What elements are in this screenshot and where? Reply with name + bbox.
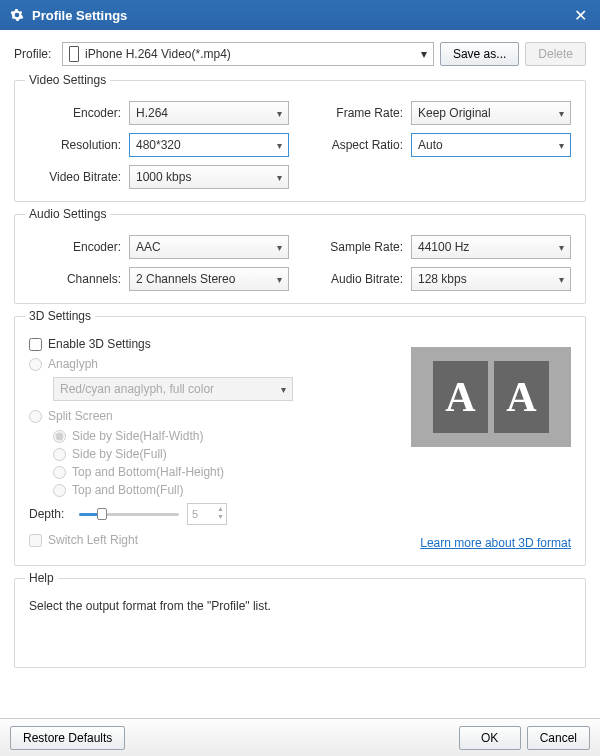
audio-bitrate-label: Audio Bitrate: — [311, 272, 411, 286]
ok-button[interactable]: OK — [459, 726, 521, 750]
samplerate-select[interactable]: 44100 Hz — [411, 235, 571, 259]
chevron-down-icon — [559, 108, 564, 119]
spin-up-icon: ▲ — [217, 505, 224, 513]
enable-3d-label: Enable 3D Settings — [48, 337, 151, 351]
depth-slider[interactable] — [79, 506, 179, 522]
profile-label: Profile: — [14, 47, 56, 61]
footer: Restore Defaults OK Cancel — [0, 718, 600, 756]
anaglyph-radio — [29, 358, 42, 371]
audio-legend: Audio Settings — [25, 207, 110, 221]
help-text: Select the output format from the "Profi… — [29, 599, 571, 613]
switch-lr-label: Switch Left Right — [48, 533, 138, 547]
chevron-down-icon — [281, 384, 286, 395]
tab-half-radio — [53, 466, 66, 479]
content-area: Profile: iPhone H.264 Video(*.mp4) Save … — [0, 30, 600, 718]
audio-settings-group: Audio Settings Encoder: AAC Sample Rate:… — [14, 214, 586, 304]
anaglyph-mode-select: Red/cyan anaglyph, full color — [53, 377, 293, 401]
depth-label: Depth: — [29, 507, 71, 521]
enable-3d-checkbox[interactable] — [29, 338, 42, 351]
preview-right: A — [494, 361, 549, 433]
switch-lr-checkbox — [29, 534, 42, 547]
cancel-button[interactable]: Cancel — [527, 726, 590, 750]
chevron-down-icon — [421, 47, 427, 61]
settings-gear-icon — [10, 8, 24, 22]
video-settings-group: Video Settings Encoder: H.264 Frame Rate… — [14, 80, 586, 202]
help-legend: Help — [25, 571, 58, 585]
chevron-down-icon — [277, 108, 282, 119]
sbs-half-radio — [53, 430, 66, 443]
video-encoder-select[interactable]: H.264 — [129, 101, 289, 125]
chevron-down-icon — [559, 242, 564, 253]
resolution-label: Resolution: — [29, 138, 129, 152]
chevron-down-icon — [277, 172, 282, 183]
profile-select[interactable]: iPhone H.264 Video(*.mp4) — [62, 42, 434, 66]
threed-legend: 3D Settings — [25, 309, 95, 323]
samplerate-label: Sample Rate: — [311, 240, 411, 254]
profile-value: iPhone H.264 Video(*.mp4) — [85, 47, 231, 61]
profile-row: Profile: iPhone H.264 Video(*.mp4) Save … — [14, 42, 586, 66]
spin-down-icon: ▼ — [217, 513, 224, 521]
learn-more-link[interactable]: Learn more about 3D format — [420, 536, 571, 550]
preview-left: A — [433, 361, 488, 433]
split-row: Split Screen — [29, 409, 369, 423]
anaglyph-row: Anaglyph — [29, 357, 369, 371]
sbs-full-radio — [53, 448, 66, 461]
aspect-select[interactable]: Auto — [411, 133, 571, 157]
enable-3d-row: Enable 3D Settings — [29, 337, 369, 351]
channels-label: Channels: — [29, 272, 129, 286]
chevron-down-icon — [277, 274, 282, 285]
video-encoder-label: Encoder: — [29, 106, 129, 120]
close-icon[interactable]: ✕ — [570, 6, 590, 25]
audio-encoder-select[interactable]: AAC — [129, 235, 289, 259]
chevron-down-icon — [559, 274, 564, 285]
chevron-down-icon — [277, 242, 282, 253]
threed-preview: A A — [411, 347, 571, 447]
device-icon — [69, 46, 79, 62]
window-title: Profile Settings — [32, 8, 570, 23]
framerate-label: Frame Rate: — [311, 106, 411, 120]
anaglyph-label: Anaglyph — [48, 357, 98, 371]
framerate-select[interactable]: Keep Original — [411, 101, 571, 125]
depth-spinner: 5 ▲▼ — [187, 503, 227, 525]
video-bitrate-label: Video Bitrate: — [29, 170, 129, 184]
audio-encoder-label: Encoder: — [29, 240, 129, 254]
split-radio — [29, 410, 42, 423]
chevron-down-icon — [277, 140, 282, 151]
save-as-button[interactable]: Save as... — [440, 42, 519, 66]
video-bitrate-select[interactable]: 1000 kbps — [129, 165, 289, 189]
split-label: Split Screen — [48, 409, 113, 423]
resolution-select[interactable]: 480*320 — [129, 133, 289, 157]
help-group: Help Select the output format from the "… — [14, 578, 586, 668]
chevron-down-icon — [559, 140, 564, 151]
tab-full-radio — [53, 484, 66, 497]
delete-button: Delete — [525, 42, 586, 66]
restore-defaults-button[interactable]: Restore Defaults — [10, 726, 125, 750]
aspect-label: Aspect Ratio: — [311, 138, 411, 152]
channels-select[interactable]: 2 Channels Stereo — [129, 267, 289, 291]
video-legend: Video Settings — [25, 73, 110, 87]
audio-bitrate-select[interactable]: 128 kbps — [411, 267, 571, 291]
titlebar: Profile Settings ✕ — [0, 0, 600, 30]
switch-lr-row: Switch Left Right — [29, 533, 138, 547]
threed-settings-group: 3D Settings Enable 3D Settings Anaglyph … — [14, 316, 586, 566]
